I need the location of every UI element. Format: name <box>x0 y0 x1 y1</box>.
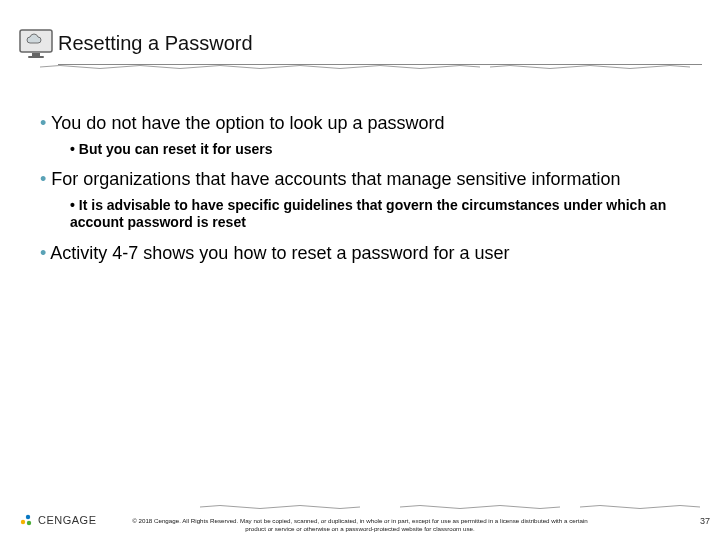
bullet-text: Activity 4-7 shows you how to reset a pa… <box>50 243 509 263</box>
decorative-scribble <box>40 64 480 70</box>
bullet-level-1: You do not have the option to look up a … <box>40 112 690 135</box>
content-area: You do not have the option to look up a … <box>40 112 690 270</box>
cloud-monitor-icon <box>18 26 54 62</box>
copyright-text: © 2018 Cengage. All Rights Reserved. May… <box>0 517 720 532</box>
decorative-scribble <box>580 504 700 510</box>
bullet-text: But you can reset it for users <box>79 141 273 157</box>
decorative-scribble <box>400 504 560 510</box>
bullet-text: It is advisable to have specific guideli… <box>70 197 666 231</box>
bullet-text: For organizations that have accounts tha… <box>51 169 620 189</box>
bullet-level-1: Activity 4-7 shows you how to reset a pa… <box>40 242 690 265</box>
svg-rect-1 <box>32 53 40 56</box>
slide: Resetting a Password You do not have the… <box>0 0 720 540</box>
decorative-scribble <box>490 64 700 70</box>
decorative-scribble <box>200 504 360 510</box>
bullet-text: You do not have the option to look up a … <box>51 113 445 133</box>
bullet-level-2: But you can reset it for users <box>70 141 690 159</box>
bullet-level-1: For organizations that have accounts tha… <box>40 168 690 191</box>
bullet-level-2: It is advisable to have specific guideli… <box>70 197 690 232</box>
slide-header: Resetting a Password <box>18 18 702 70</box>
page-number: 37 <box>700 516 710 526</box>
svg-rect-2 <box>28 56 44 58</box>
slide-title: Resetting a Password <box>58 32 253 55</box>
